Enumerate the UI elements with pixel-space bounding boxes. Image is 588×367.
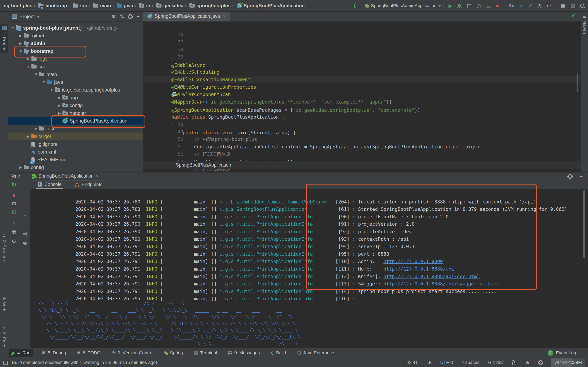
status-bar-item[interactable]: LF <box>426 360 432 365</box>
run-tab[interactable]: SpringBootPlusApplication <box>29 173 102 180</box>
tool-window-button[interactable]: 4: Run <box>9 349 33 357</box>
status-bar-item[interactable]: UTF-8 <box>440 360 453 365</box>
tool-window-button[interactable]: 9: Version Control <box>109 349 156 357</box>
tree-row[interactable]: target <box>8 133 143 140</box>
tree-chevron-icon[interactable] <box>33 72 39 76</box>
scroll-to-end-icon[interactable]: ≡ <box>24 221 26 226</box>
git-commit-button[interactable] <box>528 3 532 8</box>
search-icon[interactable] <box>580 4 584 8</box>
tree-chevron-icon[interactable] <box>17 42 24 46</box>
breadcrumb-item[interactable]: main <box>88 3 111 9</box>
soft-wrap-icon[interactable]: ↕ <box>24 212 26 217</box>
tree-row[interactable]: config <box>8 101 143 109</box>
editor-breadcrumb[interactable]: SpringBootPlusApplication <box>143 161 581 169</box>
tree-row[interactable]: main <box>8 71 143 78</box>
navigate-icon[interactable] <box>353 3 358 8</box>
hide-panel-button[interactable] <box>579 174 583 179</box>
breadcrumb-item[interactable]: SpringBootPlusApplication <box>232 3 305 9</box>
breadcrumb-item[interactable]: springbootplus <box>185 3 231 9</box>
tree-chevron-icon[interactable] <box>56 111 62 115</box>
tree-chevron-icon[interactable] <box>17 165 24 170</box>
gear-icon[interactable] <box>568 175 572 178</box>
hide-panel-button[interactable] <box>136 14 140 19</box>
tree-row[interactable]: config <box>8 164 143 171</box>
git-rollback-button[interactable] <box>546 3 551 8</box>
breadcrumb-item[interactable]: ng-boot-plus <box>4 3 33 8</box>
git-update-button[interactable] <box>519 3 523 8</box>
tool-stripe-item[interactable]: 7: Structure <box>0 233 8 264</box>
tree-chevron-icon[interactable] <box>56 96 62 100</box>
run-configuration-select[interactable]: SpringBootPlusAdminApplication <box>362 2 444 10</box>
tree-row[interactable]: .gitignore <box>8 140 143 148</box>
tree-row[interactable]: aop <box>8 94 143 101</box>
tool-window-button[interactable]: 6: TODO <box>75 349 103 357</box>
build-status-message[interactable]: Build completed successfully with 1 warn… <box>12 360 157 365</box>
tool-window-button[interactable]: Terminal <box>191 349 219 357</box>
profiler-button[interactable] <box>476 3 481 8</box>
tree-chevron-icon[interactable] <box>41 80 47 84</box>
gravatar-icon[interactable] <box>525 360 530 365</box>
run-with-coverage-button[interactable] <box>467 3 472 8</box>
gear-icon[interactable] <box>129 15 132 18</box>
console-scrollbar[interactable] <box>583 191 585 258</box>
stop-icon[interactable] <box>12 193 15 198</box>
down-stack-icon[interactable]: ↓ <box>24 202 26 207</box>
run-button[interactable] <box>448 3 452 8</box>
editor-scrollbar[interactable] <box>577 73 579 92</box>
stop-button[interactable] <box>496 3 499 8</box>
git-history-button[interactable] <box>537 3 542 8</box>
tool-stripe-item[interactable]: 1: Project <box>0 24 8 53</box>
tree-chevron-icon[interactable] <box>25 65 31 69</box>
rerun-button[interactable] <box>11 181 16 188</box>
tree-row[interactable]: io.geekidea.springbootplus <box>8 86 143 94</box>
memory-indicator[interactable]: 744 of 4029M <box>551 359 585 367</box>
tree-chevron-icon[interactable] <box>25 134 31 139</box>
tree-row[interactable]: java <box>8 78 143 86</box>
locate-file-button[interactable] <box>111 14 116 19</box>
print-icon[interactable]: ▤ <box>22 231 27 236</box>
tab-endpoints[interactable]: Endpoints <box>73 180 104 189</box>
tree-row[interactable]: .github <box>8 32 143 40</box>
tool-window-button[interactable]: 0: Messages <box>226 349 262 357</box>
event-log-badge[interactable]: 2 <box>548 350 553 356</box>
thread-dump-icon[interactable] <box>12 202 16 205</box>
up-stack-icon[interactable]: ↑ <box>24 193 26 198</box>
tree-chevron-icon[interactable] <box>33 127 39 131</box>
tree-chevron-icon[interactable] <box>17 34 24 38</box>
status-window-icon[interactable] <box>3 361 8 365</box>
tree-row[interactable]: src <box>8 63 143 71</box>
inspections-ok-icon[interactable] <box>571 13 576 18</box>
tool-window-button[interactable]: Spring <box>162 349 185 357</box>
gear-disabled-icon[interactable] <box>539 361 543 365</box>
tool-stripe-label-maven[interactable]: Maven <box>582 20 587 34</box>
pin-tab-icon[interactable]: ⊙ <box>12 239 16 244</box>
lock-icon[interactable] <box>512 362 516 365</box>
tree-chevron-icon[interactable] <box>56 103 62 108</box>
status-bar-item[interactable]: 43:41 <box>406 360 418 365</box>
event-log-button[interactable]: Event Log <box>556 350 576 356</box>
tree-chevron-icon[interactable] <box>10 26 16 30</box>
layout-grid-icon[interactable]: ▦ <box>11 229 16 234</box>
debug-button[interactable] <box>457 3 462 8</box>
tool-window-button[interactable]: 5: Debug <box>39 349 68 357</box>
tool-window-button[interactable]: Build <box>268 349 289 357</box>
breadcrumb-item[interactable]: src <box>68 3 87 9</box>
tool-window-button[interactable]: Java Enterprise <box>295 349 337 357</box>
editor-tab[interactable]: SpringBootPlusApplication.java <box>143 12 230 21</box>
tool-windows-button[interactable] <box>561 3 566 8</box>
breadcrumb-item[interactable]: io <box>134 3 150 9</box>
tree-row[interactable]: README.md <box>8 156 143 164</box>
tree-row[interactable]: pom.xml <box>8 148 143 156</box>
tab-console[interactable]: Console <box>36 180 63 189</box>
close-icon[interactable] <box>223 13 226 19</box>
breadcrumb-item[interactable]: geekidea <box>151 3 183 9</box>
jump-to-line-icon[interactable]: ↧ <box>12 219 16 225</box>
chevron-down-icon[interactable] <box>37 14 39 19</box>
breadcrumb-item[interactable]: java <box>112 3 133 9</box>
close-icon[interactable] <box>96 173 99 179</box>
terminal-icon[interactable] <box>571 4 575 8</box>
status-bar-item[interactable]: 4 spaces <box>461 360 479 365</box>
clear-console-icon[interactable]: ⊗ <box>23 241 27 246</box>
code-area[interactable]: 36 @EnableAsync 37 @EnableScheduling 38 <box>143 22 581 173</box>
restart-debug-icon[interactable] <box>12 210 16 215</box>
